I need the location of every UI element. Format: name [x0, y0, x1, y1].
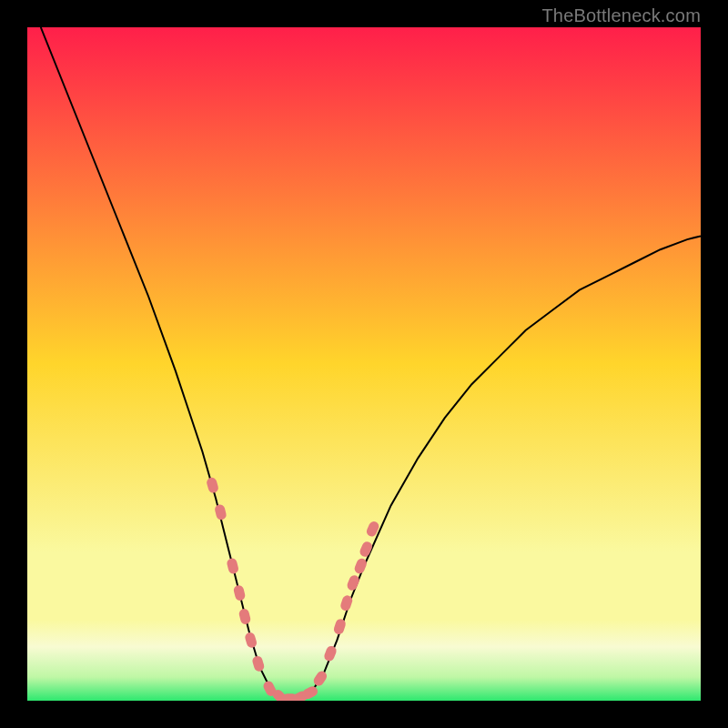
bottleneck-chart	[27, 27, 701, 701]
watermark-text: TheBottleneck.com	[541, 5, 701, 26]
plot-area	[27, 27, 701, 701]
outer-frame: TheBottleneck.com	[0, 0, 728, 728]
gradient-background	[27, 27, 701, 701]
